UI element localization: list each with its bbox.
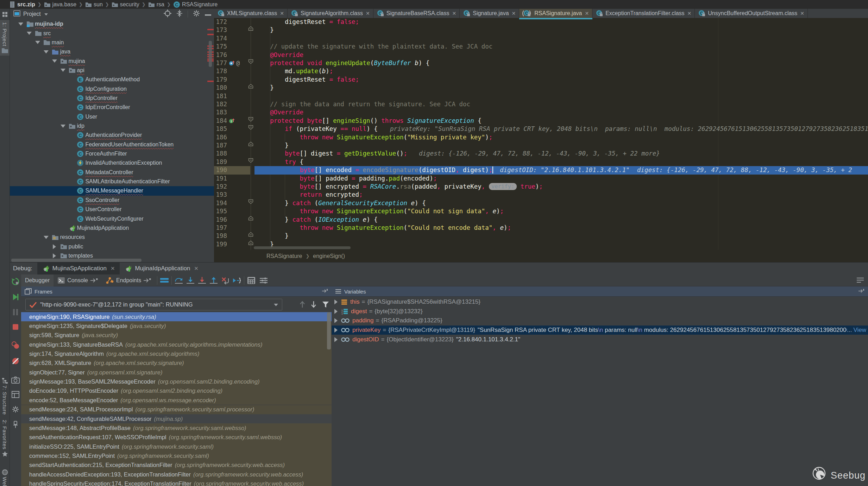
code-line-185[interactable]: 185 if (privateKey == null) {privateKey:… bbox=[214, 125, 868, 133]
frame-row[interactable]: sign:174, SignatureAlgorithm(org.apache.… bbox=[21, 349, 332, 358]
frame-row[interactable]: sendStartAuthentication:215, ExceptionTr… bbox=[21, 461, 332, 470]
close-icon[interactable]: ✕ bbox=[800, 11, 804, 16]
close-icon[interactable]: ✕ bbox=[280, 11, 284, 16]
expand-arrow[interactable] bbox=[334, 328, 338, 333]
drop-frame-button[interactable] bbox=[220, 276, 230, 285]
fold-marker[interactable] bbox=[248, 117, 254, 122]
variable-row-digestOID[interactable]: digestOID ={ObjectIdentifier@13223}"2.16… bbox=[332, 335, 868, 344]
frame-row[interactable]: sendMessage:224, SAMLProcessorImpl(org.s… bbox=[21, 405, 332, 414]
expand-arrow[interactable] bbox=[334, 318, 338, 323]
restore-layout-button[interactable] bbox=[12, 391, 19, 399]
breadcrumb-item[interactable]: java.base bbox=[44, 1, 77, 8]
rerun-button[interactable] bbox=[11, 277, 20, 287]
tree-item-api[interactable]: api bbox=[10, 66, 214, 75]
gear-icon[interactable] bbox=[193, 10, 200, 19]
pin-tab-button[interactable] bbox=[12, 421, 19, 430]
frame-row[interactable]: handleSpringSecurityException:174, Excep… bbox=[21, 479, 332, 486]
breadcrumb-item[interactable]: src.zip bbox=[9, 1, 35, 8]
tool-stripe-switcher[interactable] bbox=[0, 12, 10, 17]
code-line-179[interactable]: 179 digestReset = false; bbox=[214, 76, 868, 84]
sidebar-item-web[interactable]: Web bbox=[0, 469, 10, 486]
code-line-198[interactable]: 198 } bbox=[214, 232, 868, 240]
code-line-189[interactable]: 189 try { bbox=[214, 158, 868, 166]
editor-tab-rsasignature.java[interactable]: CRSASignature.java✕ bbox=[519, 9, 592, 18]
variable-row-privateKey[interactable]: privateKey ={RSAPrivateCrtKeyImpl@13119}… bbox=[332, 326, 868, 335]
tree-item-authenticationmethod[interactable]: E AuthenticationMethod bbox=[10, 75, 214, 84]
override-gutter-icon[interactable]: @ bbox=[229, 59, 248, 67]
tree-item-websecurityconfigurer[interactable]: C WebSecurityConfigurer bbox=[10, 214, 214, 223]
fold-marker[interactable] bbox=[248, 125, 254, 130]
thread-selector[interactable]: "http-nio-9090-exec-7"@12,172 in group "… bbox=[25, 299, 282, 310]
mute-breakpoints-button[interactable] bbox=[11, 357, 20, 367]
tree-item-metadatacontroller[interactable]: C MetadataController bbox=[10, 168, 214, 177]
filter-frames-button[interactable] bbox=[322, 301, 329, 309]
breadcrumb-item[interactable]: security bbox=[112, 1, 139, 8]
debug-settings-button[interactable] bbox=[12, 405, 19, 415]
threads-view-button[interactable] bbox=[159, 276, 169, 285]
tree-item-idpcontroller[interactable]: C IdpController bbox=[10, 94, 214, 103]
frame-row[interactable]: commence:152, SAMLEntryPoint(org.springf… bbox=[21, 451, 332, 460]
tree-collapse-arrow[interactable] bbox=[61, 125, 65, 128]
code-line-184[interactable]: 184I protected byte[] engineSign() throw… bbox=[214, 117, 868, 125]
tree-item-java[interactable]: java bbox=[10, 47, 214, 56]
minimize-icon[interactable] bbox=[205, 11, 211, 17]
tree-item-federateduserauthenticationtoken[interactable]: C FederatedUserAuthenticationToken bbox=[10, 140, 214, 149]
code-area[interactable]: 172 digestReset = false;173 }174175 // u… bbox=[214, 18, 868, 259]
expand-arrow[interactable] bbox=[334, 337, 338, 342]
fold-marker[interactable] bbox=[248, 141, 254, 146]
close-icon[interactable]: ✕ bbox=[585, 11, 589, 16]
fold-marker[interactable] bbox=[248, 240, 254, 245]
frame-down-button[interactable] bbox=[310, 301, 317, 309]
thread-dump-button[interactable] bbox=[11, 377, 20, 385]
tab-endpoints[interactable]: Endpoints bbox=[102, 274, 155, 286]
code-line-192[interactable]: 192 byte[] encrypted = RSACore.rsa(padde… bbox=[214, 183, 868, 191]
code-line-178[interactable]: 178 md.update(b); bbox=[214, 67, 868, 75]
tree-collapse-arrow[interactable] bbox=[27, 32, 32, 35]
fold-marker[interactable] bbox=[248, 158, 254, 163]
tree-item-main[interactable]: main bbox=[10, 38, 214, 47]
frame-row[interactable]: initializeSSO:225, SAMLEntryPoint(org.sp… bbox=[21, 442, 332, 451]
frame-row[interactable]: handleAccessDeniedException:193, Excepti… bbox=[21, 470, 332, 479]
fold-marker[interactable] bbox=[248, 199, 254, 204]
tree-item-usercontroller[interactable]: C UserController bbox=[10, 205, 214, 214]
editor-tab-xmlsignature.class[interactable]: CXMLSignature.class✕ bbox=[214, 9, 288, 18]
variable-row-padding[interactable]: padding ={RSAPadding@13225} bbox=[332, 316, 868, 326]
close-icon[interactable]: ✕ bbox=[366, 11, 370, 16]
tree-item-ssocontroller[interactable]: C SsoController bbox=[10, 196, 214, 205]
tree-item-user[interactable]: C User bbox=[10, 112, 214, 121]
frame-row[interactable]: encode:52, BaseMessageEncoder(org.opensa… bbox=[21, 396, 332, 405]
tree-collapse-arrow[interactable] bbox=[35, 41, 40, 44]
chevron-down-icon[interactable] bbox=[44, 11, 48, 17]
tree-item-idp[interactable]: idp bbox=[10, 121, 214, 131]
tree-collapse-arrow[interactable] bbox=[44, 236, 49, 239]
code-line-186[interactable]: 186 throw new SignatureException("Missin… bbox=[214, 133, 868, 141]
editor-tab-signaturebasersa.class[interactable]: CSignatureBaseRSA.class✕ bbox=[373, 9, 460, 18]
project-vertical-scrollbar[interactable] bbox=[209, 41, 212, 67]
tree-item-idpconfiguration[interactable]: C IdpConfiguration bbox=[10, 84, 214, 93]
code-line-180[interactable]: 180 } bbox=[214, 84, 868, 92]
code-line-197[interactable]: 197 throw new SignatureException("Could … bbox=[214, 224, 868, 232]
frame-up-button[interactable] bbox=[299, 301, 306, 309]
collapse-all-icon[interactable] bbox=[176, 10, 183, 19]
sidebar-item-favorites[interactable]: 2: Favorites bbox=[0, 420, 10, 457]
layout-settings-icon[interactable] bbox=[856, 276, 864, 285]
code-line-191[interactable]: 191 byte[] padded = padding.pad(encoded)… bbox=[214, 175, 868, 183]
tree-item-src[interactable]: src bbox=[10, 29, 214, 38]
tree-item-invalidauthenticationexception[interactable]: InvalidAuthenticationException bbox=[10, 158, 214, 168]
frame-row[interactable]: doEncode:109, HTTPPostEncoder(org.opensa… bbox=[21, 386, 332, 396]
pause-button[interactable] bbox=[12, 308, 19, 317]
debug-session-tab-mujinaspapplication[interactable]: MujinaSpApplication✕ bbox=[37, 263, 120, 274]
view-options-button[interactable] bbox=[259, 276, 269, 285]
tree-item-public[interactable]: public bbox=[10, 242, 214, 251]
code-line-172[interactable]: 172 digestReset = false; bbox=[214, 18, 868, 26]
frame-row[interactable]: sendMessage:148, AbstractProfileBase(org… bbox=[21, 423, 332, 433]
expand-arrow[interactable] bbox=[334, 309, 338, 314]
tree-item-forceauthnfilter[interactable]: C ForceAuthnFilter bbox=[10, 149, 214, 158]
frame-row[interactable]: engineSign:133, SignatureBaseRSA(org.apa… bbox=[21, 340, 332, 349]
fold-marker[interactable] bbox=[248, 84, 254, 89]
fold-marker[interactable] bbox=[248, 26, 254, 31]
code-line-194[interactable]: 194 } catch (GeneralSecurityException e)… bbox=[214, 199, 868, 207]
editor-breadcrumb-item[interactable]: engineSign() bbox=[313, 253, 345, 259]
tree-item-mujinaidpapplication[interactable]: MujinaIdpApplication bbox=[10, 223, 214, 233]
editor-tab-signaturealgorithm.class[interactable]: CSignatureAlgorithm.class✕ bbox=[288, 9, 373, 18]
